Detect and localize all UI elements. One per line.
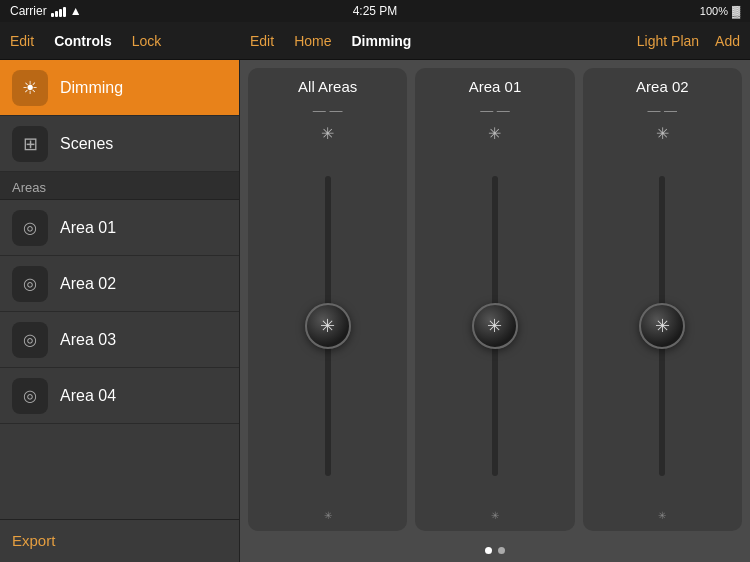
pin-icon-area03: ◎ (23, 330, 37, 349)
battery-label: 100% (700, 5, 728, 17)
area01-slider-title: Area 01 (469, 78, 522, 95)
area02-slider-title: Area 02 (636, 78, 689, 95)
sidebar-item-area03[interactable]: ◎ Area 03 (0, 312, 239, 368)
wifi-icon: ▲ (70, 4, 82, 18)
area02-top-icon: — — (648, 103, 678, 118)
bar2 (55, 11, 58, 17)
bar1 (51, 13, 54, 17)
bar4 (63, 7, 66, 17)
nav-bar: Edit Controls Lock Edit Home Dimming Lig… (0, 22, 750, 60)
status-right: 100% ▓ (700, 5, 740, 17)
all-areas-title: All Areas (298, 78, 357, 95)
dimming-title: Dimming (351, 33, 411, 49)
dot-2[interactable] (498, 547, 505, 554)
slider-area01: Area 01 — — ✳ ✳ ✳ (415, 68, 574, 531)
content-area: All Areas — — ✳ ✳ ✳ Area 01 — — ✳ (240, 60, 750, 562)
dot-1[interactable] (485, 547, 492, 554)
area02-icon-wrap: ◎ (12, 266, 48, 302)
sidebar-footer: Export (0, 519, 239, 562)
nav-left: Edit Controls Lock (0, 33, 240, 49)
status-bar: Carrier ▲ 4:25 PM 100% ▓ (0, 0, 750, 22)
all-areas-sun-bottom: ✳ (324, 510, 332, 521)
export-button[interactable]: Export (12, 532, 55, 549)
add-button[interactable]: Add (715, 33, 740, 49)
nav-right: Light Plan Add (627, 33, 750, 49)
area01-track-wrap[interactable]: ✳ (415, 147, 574, 504)
area02-track[interactable]: ✳ (659, 176, 665, 476)
grid-icon: ⊞ (23, 133, 38, 155)
sliders-container: All Areas — — ✳ ✳ ✳ Area 01 — — ✳ (240, 60, 750, 539)
pin-icon-area02: ◎ (23, 274, 37, 293)
slider-all-areas: All Areas — — ✳ ✳ ✳ (248, 68, 407, 531)
area02-sun-bottom: ✳ (658, 510, 666, 521)
area01-label: Area 01 (60, 219, 116, 237)
edit-button-center[interactable]: Edit (250, 33, 274, 49)
dimming-icon-wrap: ☀ (12, 70, 48, 106)
sidebar-item-area01[interactable]: ◎ Area 01 (0, 200, 239, 256)
light-plan-button[interactable]: Light Plan (637, 33, 699, 49)
pin-icon-area04: ◎ (23, 386, 37, 405)
dimming-label: Dimming (60, 79, 123, 97)
sidebar: ☀ Dimming ⊞ Scenes Areas ◎ Area 01 ◎ Are… (0, 60, 240, 562)
status-left: Carrier ▲ (10, 4, 82, 18)
areas-section-header: Areas (0, 172, 239, 200)
all-areas-thumb[interactable]: ✳ (305, 303, 351, 349)
carrier-label: Carrier (10, 4, 47, 18)
bar3 (59, 9, 62, 17)
area01-thumb-icon: ✳ (487, 315, 502, 337)
area03-icon-wrap: ◎ (12, 322, 48, 358)
home-button[interactable]: Home (294, 33, 331, 49)
sidebar-item-area02[interactable]: ◎ Area 02 (0, 256, 239, 312)
area03-label: Area 03 (60, 331, 116, 349)
main-layout: ☀ Dimming ⊞ Scenes Areas ◎ Area 01 ◎ Are… (0, 60, 750, 562)
nav-center: Edit Home Dimming (240, 33, 627, 49)
all-areas-top-icon: — — (313, 103, 343, 118)
battery-icon: ▓ (732, 5, 740, 17)
area04-icon-wrap: ◎ (12, 378, 48, 414)
status-time: 4:25 PM (353, 4, 398, 18)
scenes-label: Scenes (60, 135, 113, 153)
area02-thumb[interactable]: ✳ (639, 303, 685, 349)
area01-sun-top: ✳ (488, 124, 501, 143)
all-areas-track[interactable]: ✳ (325, 176, 331, 476)
all-areas-track-wrap[interactable]: ✳ (248, 147, 407, 504)
page-dots (240, 539, 750, 562)
area02-label: Area 02 (60, 275, 116, 293)
all-areas-thumb-icon: ✳ (320, 315, 335, 337)
area04-label: Area 04 (60, 387, 116, 405)
area01-sun-bottom: ✳ (491, 510, 499, 521)
area02-sun-top: ✳ (656, 124, 669, 143)
sun-icon: ☀ (22, 77, 38, 99)
all-areas-sun-top: ✳ (321, 124, 334, 143)
area01-icon-wrap: ◎ (12, 210, 48, 246)
slider-area02: Area 02 — — ✳ ✳ ✳ (583, 68, 742, 531)
area02-track-wrap[interactable]: ✳ (583, 147, 742, 504)
signal-bars (51, 5, 66, 17)
area01-track[interactable]: ✳ (492, 176, 498, 476)
scenes-icon-wrap: ⊞ (12, 126, 48, 162)
sidebar-item-area04[interactable]: ◎ Area 04 (0, 368, 239, 424)
pin-icon-area01: ◎ (23, 218, 37, 237)
area02-thumb-icon: ✳ (655, 315, 670, 337)
edit-button-left[interactable]: Edit (10, 33, 34, 49)
sidebar-item-dimming[interactable]: ☀ Dimming (0, 60, 239, 116)
area01-thumb[interactable]: ✳ (472, 303, 518, 349)
area01-top-icon: — — (480, 103, 510, 118)
controls-title: Controls (54, 33, 112, 49)
lock-button[interactable]: Lock (132, 33, 162, 49)
sidebar-item-scenes[interactable]: ⊞ Scenes (0, 116, 239, 172)
